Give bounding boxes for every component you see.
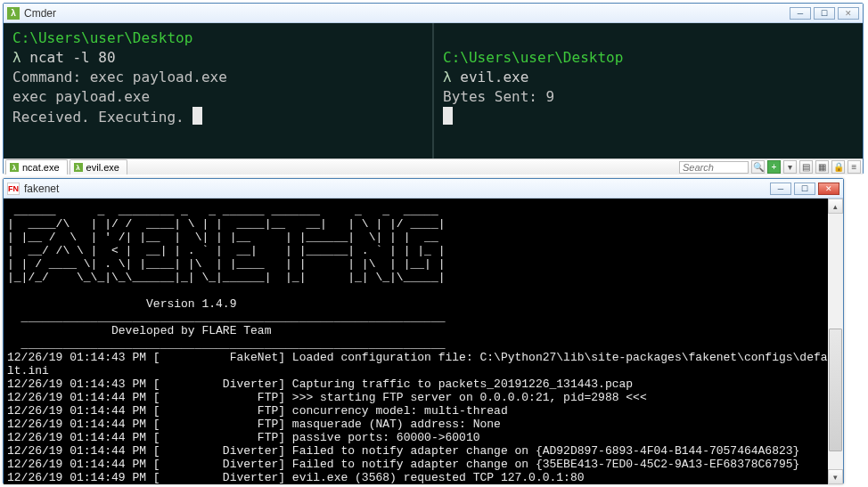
lambda-icon: λ	[74, 163, 83, 172]
cmder-window-controls: ─ ☐ ✕	[790, 7, 859, 20]
tab-strip: λ ncat.exe λ evil.exe	[5, 159, 129, 175]
command-text: ncat -l 80	[29, 49, 115, 66]
close-button[interactable]: ✕	[838, 7, 859, 20]
tab-evil[interactable]: λ evil.exe	[70, 159, 127, 175]
terminal-pane-left[interactable]: C:\Users\user\Desktop λ ncat -l 80 Comma…	[4, 23, 434, 158]
ascii-art-line: | | / ____ \| . \| |____| |\ | |____ | |…	[7, 257, 445, 271]
menu-icon[interactable]: ≡	[848, 160, 861, 174]
command-text: evil.exe	[460, 69, 528, 85]
log-line: 12/26/19 01:14:49 PM [ Diverter] evil.ex…	[7, 471, 585, 484]
log-line: 12/26/19 01:14:44 PM [ Diverter] Failed …	[7, 458, 799, 471]
divider-line: ________________________________________…	[7, 337, 445, 351]
scrollbar-thumb[interactable]	[829, 329, 842, 451]
new-tab-button[interactable]: +	[767, 160, 781, 174]
ascii-art-line: | __/ /\ \ | < | __| | . ` | __| | |____…	[7, 244, 445, 257]
log-line: 12/26/19 01:14:44 PM [ FTP] concurrency …	[7, 404, 508, 418]
log-line: 12/26/19 01:14:44 PM [ FTP] masquerade (…	[7, 418, 501, 431]
dropdown-icon[interactable]: ▾	[783, 160, 797, 174]
output-line: exec payload.exe	[12, 88, 150, 105]
fakenet-app-icon: FN	[7, 183, 20, 195]
terminal-pane-right[interactable]: C:\Users\user\Desktop λ evil.exe Bytes S…	[434, 23, 863, 158]
prompt-path: C:\Users\user\Desktop	[443, 49, 623, 66]
fakenet-window: FN fakenet ─ ☐ ✕ ______ _ ________ _ _ _…	[3, 178, 844, 484]
scrollbar-up-button[interactable]: ▴	[828, 199, 843, 214]
ascii-art-line: ______ _ ________ _ _ ______ _______ _ _…	[7, 204, 445, 217]
prompt-symbol: λ	[12, 49, 21, 66]
output-line: Command: exec payload.exe	[12, 69, 227, 85]
ascii-art-line: | |__ / \ | ' /| |__ | \| | |__ | |_____…	[7, 231, 445, 244]
cmder-bottombar: λ ncat.exe λ evil.exe 🔍 + ▾ ▤ ▦ 🔒 ≡	[4, 158, 863, 175]
fakenet-console[interactable]: ______ _ ________ _ _ ______ _______ _ _…	[4, 199, 828, 484]
fakenet-titlebar[interactable]: FN fakenet ─ ☐ ✕	[4, 179, 843, 199]
output-line: Received. Executing.	[12, 109, 192, 126]
version-line: Version 1.4.9	[7, 297, 236, 311]
cmder-window: λ Cmder ─ ☐ ✕ C:\Users\user\Desktop λ nc…	[3, 3, 864, 175]
log-line: 12/26/19 01:14:44 PM [ Diverter] Failed …	[7, 444, 799, 458]
grid-icon[interactable]: ▦	[815, 160, 829, 174]
developer-line: Developed by FLARE Team	[7, 324, 271, 337]
log-line: 12/26/19 01:14:44 PM [ FTP] >>> starting…	[7, 391, 647, 404]
maximize-button[interactable]: ☐	[794, 183, 815, 195]
ascii-art-line: |_|/_/ \_\_|\_\______|_| \_|______| |_| …	[7, 271, 445, 284]
fakenet-title: fakenet	[24, 183, 770, 195]
divider-line: ________________________________________…	[7, 311, 445, 324]
scrollbar: ▴ ▾	[828, 199, 843, 484]
close-button[interactable]: ✕	[818, 183, 839, 195]
fakenet-window-controls: ─ ☐ ✕	[770, 183, 839, 195]
cmder-body: C:\Users\user\Desktop λ ncat -l 80 Comma…	[4, 23, 863, 158]
minimize-button[interactable]: ─	[790, 7, 811, 20]
tab-label: ncat.exe	[22, 162, 60, 173]
cursor	[192, 107, 202, 125]
ascii-art-line: | ____/\ | |/ / ____| \ | | ____|__ __| …	[7, 217, 445, 231]
cursor	[443, 107, 453, 125]
search-input[interactable]	[679, 161, 749, 174]
output-line: Bytes Sent: 9	[443, 88, 554, 105]
log-line: 12/26/19 01:14:43 PM [ Diverter] Capturi…	[7, 377, 633, 391]
search-area: 🔍 + ▾ ▤ ▦ 🔒 ≡	[679, 160, 861, 174]
prompt-path: C:\Users\user\Desktop	[12, 29, 192, 46]
scrollbar-track[interactable]	[828, 214, 843, 469]
maximize-button[interactable]: ☐	[814, 7, 835, 20]
cmder-app-icon: λ	[7, 7, 20, 20]
tab-ncat[interactable]: λ ncat.exe	[5, 159, 68, 175]
fakenet-body: ______ _ ________ _ _ ______ _______ _ _…	[4, 199, 843, 484]
tab-label: evil.exe	[86, 162, 119, 173]
lambda-icon: λ	[10, 163, 19, 172]
prompt-symbol: λ	[443, 69, 452, 85]
cmder-title: Cmder	[24, 7, 790, 20]
lock-icon[interactable]: 🔒	[831, 160, 845, 174]
log-line: lt.ini	[7, 364, 49, 377]
minimize-button[interactable]: ─	[770, 183, 791, 195]
log-line: 12/26/19 01:14:44 PM [ FTP] passive port…	[7, 431, 480, 444]
scrollbar-down-button[interactable]: ▾	[828, 469, 843, 484]
log-line: 12/26/19 01:14:43 PM [ FakeNet] Loaded c…	[7, 351, 828, 364]
cmder-titlebar[interactable]: λ Cmder ─ ☐ ✕	[4, 4, 863, 23]
panels-icon[interactable]: ▤	[799, 160, 813, 174]
search-icon[interactable]: 🔍	[751, 160, 765, 174]
